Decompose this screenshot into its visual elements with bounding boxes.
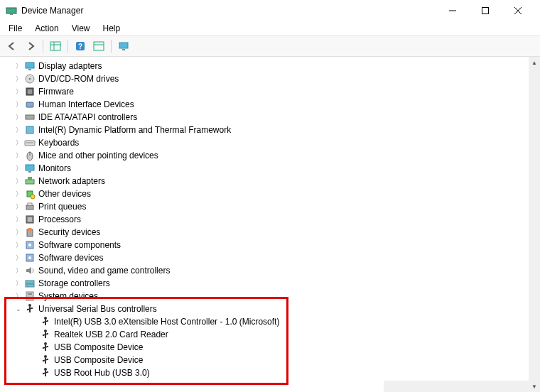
svg-text:?: ? (78, 43, 82, 50)
close-button[interactable] (502, 0, 534, 21)
chevron-right-icon[interactable]: 〉 (14, 228, 23, 236)
monitor-icon (24, 163, 36, 174)
monitor-button[interactable] (116, 38, 131, 54)
tree-category-row[interactable]: 〉Intel(R) Dynamic Platform and Thermal F… (0, 124, 529, 136)
chevron-right-icon[interactable]: 〉 (14, 75, 23, 83)
toolbar-separator (111, 40, 112, 53)
tree-device-label: Realtek USB 2.0 Card Reader (54, 330, 168, 339)
svg-rect-15 (26, 62, 34, 68)
tree-category-label: Other devices (38, 189, 91, 199)
tree-device-row[interactable]: Intel(R) USB 3.0 eXtensible Host Control… (0, 315, 529, 328)
maximize-button[interactable] (469, 0, 502, 21)
chevron-right-icon[interactable]: 〉 (14, 138, 23, 147)
tree-category-label: System devices (38, 291, 98, 301)
tree-device-row[interactable]: USB Root Hub (USB 3.0) (0, 366, 529, 379)
tree-category-row[interactable]: 〉Other devices (0, 187, 529, 200)
network-icon (24, 175, 36, 187)
controller-icon (24, 111, 36, 123)
minimize-button[interactable] (436, 0, 469, 21)
horizontal-scrollbar[interactable] (384, 381, 529, 392)
tree-device-label: USB Composite Device (54, 355, 143, 365)
svg-point-43 (28, 256, 31, 259)
chevron-right-icon[interactable]: 〉 (14, 151, 23, 160)
tree-category-row[interactable]: 〉Sound, video and game controllers (0, 264, 529, 277)
tree-category-label: IDE ATA/ATAPI controllers (38, 112, 137, 122)
chevron-right-icon[interactable]: 〉 (14, 292, 23, 300)
chevron-down-icon[interactable]: ⌄ (14, 305, 23, 313)
svg-point-41 (28, 244, 31, 246)
tree-category-label: Display adapters (38, 61, 102, 71)
tree-category-row[interactable]: 〉Firmware (0, 85, 529, 98)
chevron-right-icon[interactable]: 〉 (14, 190, 23, 198)
mouse-icon (24, 150, 36, 161)
forward-button[interactable] (23, 38, 38, 54)
other-icon (24, 188, 36, 200)
tree-category-row[interactable]: 〉Print queues (0, 200, 529, 213)
help-button[interactable]: ? (72, 38, 88, 54)
menu-help[interactable]: Help (97, 22, 126, 35)
scan-hardware-button[interactable] (91, 38, 107, 54)
svg-rect-28 (26, 165, 34, 170)
tree-category-row[interactable]: 〉DVD/CD-ROM drives (0, 72, 529, 85)
svg-rect-57 (47, 320, 48, 322)
chip-icon (24, 86, 36, 97)
tree-category-row[interactable]: 〉Network adapters (0, 175, 529, 187)
svg-rect-6 (50, 42, 60, 50)
tree-category-row[interactable]: 〉Human Interface Devices (0, 98, 529, 111)
menu-action[interactable]: Action (29, 22, 64, 35)
svg-rect-16 (28, 69, 31, 70)
svg-point-56 (43, 322, 44, 323)
tree-category-usb[interactable]: ⌄Universal Serial Bus controllers (0, 303, 529, 315)
tree-category-row[interactable]: 〉Security devices (0, 226, 529, 239)
security-icon (24, 227, 36, 238)
tree-category-label: Keyboards (38, 138, 79, 148)
svg-rect-11 (94, 42, 104, 50)
tree-category-label: Monitors (38, 163, 71, 173)
tree-device-row[interactable]: USB Composite Device (0, 354, 529, 366)
chevron-right-icon[interactable]: 〉 (14, 215, 23, 224)
tree-category-row[interactable]: 〉Software components (0, 239, 529, 251)
chevron-right-icon[interactable]: 〉 (14, 202, 23, 211)
tree-category-label: Intel(R) Dynamic Platform and Thermal Fr… (38, 125, 231, 135)
vertical-scrollbar[interactable]: ▲ ▼ (529, 57, 540, 392)
tree-category-row[interactable]: 〉Processors (0, 213, 529, 226)
svg-rect-47 (28, 293, 32, 295)
chevron-right-icon[interactable]: 〉 (14, 279, 23, 288)
tree-category-label: Firmware (38, 87, 74, 97)
tree-device-row[interactable]: Realtek USB 2.0 Card Reader (0, 328, 529, 341)
chevron-right-icon[interactable]: 〉 (14, 126, 23, 134)
menu-file[interactable]: File (3, 22, 28, 35)
tree-category-row[interactable]: 〉Keyboards (0, 136, 529, 149)
toolbar: ? (0, 36, 540, 57)
svg-rect-21 (26, 102, 33, 107)
tree-category-row[interactable]: 〉IDE ATA/ATAPI controllers (0, 111, 529, 124)
monitor-icon (24, 60, 36, 72)
chevron-right-icon[interactable]: 〉 (14, 100, 23, 109)
chevron-right-icon[interactable]: 〉 (14, 113, 23, 121)
chevron-right-icon[interactable]: 〉 (14, 177, 23, 185)
chevron-right-icon[interactable]: 〉 (14, 254, 23, 262)
window-controls (436, 0, 534, 21)
tree-category-row[interactable]: 〉Monitors (0, 162, 529, 175)
svg-point-73 (44, 368, 47, 371)
chevron-right-icon[interactable]: 〉 (14, 164, 23, 173)
chevron-right-icon[interactable]: 〉 (14, 266, 23, 275)
svg-rect-35 (28, 203, 32, 205)
tree-category-row[interactable]: 〉System devices (0, 290, 529, 303)
tree-category-row[interactable]: 〉Mice and other pointing devices (0, 149, 529, 162)
chevron-right-icon[interactable]: 〉 (14, 241, 23, 249)
scroll-up-icon[interactable]: ▲ (529, 57, 540, 68)
chevron-right-icon[interactable]: 〉 (14, 87, 23, 96)
tree-category-label: Network adapters (38, 176, 105, 186)
menu-view[interactable]: View (66, 22, 96, 35)
scroll-down-icon[interactable]: ▼ (529, 381, 540, 392)
back-button[interactable] (4, 38, 20, 54)
chevron-right-icon[interactable]: 〉 (14, 62, 23, 70)
show-hide-tree-button[interactable] (48, 38, 63, 54)
tree-category-label: Mice and other pointing devices (38, 151, 158, 160)
tree-category-row[interactable]: 〉Software devices (0, 251, 529, 264)
tree-category-row[interactable]: 〉Display adapters (0, 60, 529, 72)
tree-category-row[interactable]: 〉Storage controllers (0, 277, 529, 290)
device-tree[interactable]: 〉Display adapters〉DVD/CD-ROM drives〉Firm… (0, 57, 529, 381)
tree-device-row[interactable]: USB Composite Device (0, 341, 529, 354)
